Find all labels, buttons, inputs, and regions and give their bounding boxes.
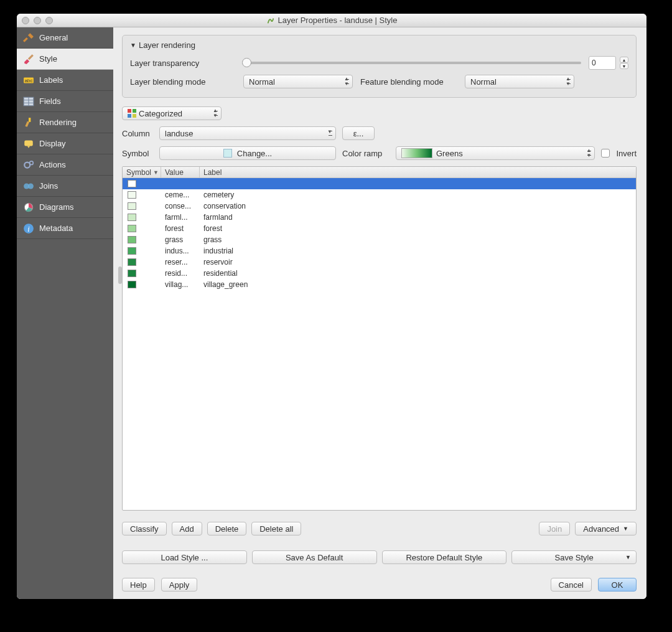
- dropdown-triangle-icon: ▼: [623, 526, 628, 532]
- invert-checkbox[interactable]: [601, 149, 610, 158]
- sidebar-item-rendering[interactable]: Rendering: [17, 112, 113, 133]
- svg-rect-6: [29, 118, 30, 122]
- th-value-label: Value: [165, 168, 184, 177]
- zoom-icon[interactable]: [45, 17, 53, 24]
- renderer-type-combo[interactable]: Categorized ▲▼: [122, 106, 222, 120]
- app-icon: [266, 16, 275, 25]
- th-value[interactable]: Value: [161, 167, 200, 177]
- category-value: forest: [161, 224, 200, 233]
- sidebar-item-label: Style: [39, 54, 57, 64]
- cancel-button[interactable]: Cancel: [551, 578, 592, 592]
- svg-rect-18: [133, 114, 136, 118]
- sidebar-item-display[interactable]: Display: [17, 133, 113, 154]
- delete-all-button-label: Delete all: [259, 524, 293, 534]
- th-symbol[interactable]: Symbol ▼: [123, 167, 161, 177]
- table-row[interactable]: conse...conservation: [123, 200, 636, 212]
- sidebar-item-general[interactable]: General: [17, 27, 113, 49]
- apply-button[interactable]: Apply: [161, 578, 198, 592]
- table-row[interactable]: resid...residential: [123, 268, 636, 279]
- close-icon[interactable]: [22, 17, 29, 24]
- sidebar-item-diagrams[interactable]: Diagrams: [17, 197, 113, 218]
- main-panel: ▼ Layer rendering Layer transparency 0 ▲…: [113, 27, 646, 599]
- add-button[interactable]: Add: [172, 522, 202, 535]
- sidebar-item-label: General: [39, 33, 68, 42]
- categories-table: Symbol ▼ Value Label ceme...cemeterycons…: [122, 166, 637, 511]
- column-combo[interactable]: landuse ▼: [159, 126, 336, 140]
- symbol-swatch-icon: [223, 149, 232, 158]
- category-swatch-icon: [128, 236, 136, 243]
- sidebar-item-label: Diagrams: [39, 202, 74, 212]
- layer-blend-combo[interactable]: Normal ▲▼: [243, 75, 353, 88]
- expression-button[interactable]: ε...: [342, 126, 375, 140]
- category-label: conservation: [200, 202, 636, 210]
- symbol-label: Symbol: [122, 149, 153, 158]
- table-row[interactable]: grassgrass: [123, 234, 636, 245]
- th-symbol-label: Symbol: [126, 168, 151, 177]
- sidebar-item-metadata[interactable]: i Metadata: [17, 218, 113, 239]
- sidebar-item-fields[interactable]: Fields: [17, 91, 113, 112]
- category-value: farml...: [161, 213, 200, 222]
- load-style-button[interactable]: Load Style ...: [122, 550, 247, 564]
- color-ramp-label: Color ramp: [342, 149, 390, 158]
- sidebar-item-actions[interactable]: Actions: [17, 154, 113, 176]
- color-ramp-combo[interactable]: Greens ▲▼: [396, 146, 595, 160]
- category-value: ceme...: [161, 191, 200, 199]
- join-button[interactable]: Join: [539, 522, 570, 535]
- dialog-window: Layer Properties - landuse | Style Gener…: [17, 14, 646, 599]
- transparency-spinner[interactable]: 0: [589, 56, 616, 70]
- sidebar-item-labels[interactable]: abc Labels: [17, 70, 113, 91]
- table-body[interactable]: ceme...cemeteryconse...conservationfarml…: [123, 178, 636, 510]
- transparency-slider[interactable]: [243, 62, 581, 64]
- sidebar-item-style[interactable]: Style: [17, 49, 113, 70]
- category-label: grass: [200, 235, 636, 244]
- table-row[interactable]: ceme...cemetery: [123, 189, 636, 200]
- classify-button[interactable]: Classify: [122, 522, 167, 535]
- table-row[interactable]: [123, 178, 636, 189]
- table-icon: [23, 96, 34, 107]
- spin-down-button[interactable]: ▼: [620, 63, 628, 69]
- symbol-change-button[interactable]: Change...: [159, 146, 336, 160]
- delete-all-button[interactable]: Delete all: [251, 522, 301, 535]
- disclosure-triangle-icon: ▼: [130, 42, 136, 49]
- svg-point-9: [30, 161, 34, 164]
- save-default-button[interactable]: Save As Default: [252, 550, 377, 564]
- category-label: farmland: [200, 213, 636, 222]
- category-label: industrial: [200, 247, 636, 255]
- help-button[interactable]: Help: [122, 578, 155, 592]
- table-row[interactable]: villag...village_green: [123, 279, 636, 290]
- table-row[interactable]: indus...industrial: [123, 245, 636, 257]
- layer-rendering-group: ▼ Layer rendering Layer transparency 0 ▲…: [122, 35, 637, 98]
- help-button-label: Help: [130, 580, 147, 590]
- category-swatch-icon: [128, 247, 136, 255]
- table-row[interactable]: forestforest: [123, 223, 636, 234]
- category-swatch-icon: [128, 281, 136, 288]
- svg-rect-15: [128, 109, 131, 113]
- spin-up-button[interactable]: ▲: [620, 57, 628, 63]
- sidebar-item-label: Metadata: [39, 224, 73, 233]
- feature-blend-combo[interactable]: Normal ▲▼: [465, 75, 574, 88]
- symbol-change-label: Change...: [237, 149, 272, 158]
- ok-button[interactable]: OK: [598, 578, 637, 592]
- table-row[interactable]: farml...farmland: [123, 212, 636, 223]
- join-icon: [23, 181, 34, 192]
- layer-rendering-toggle[interactable]: ▼ Layer rendering: [130, 40, 628, 50]
- save-style-button[interactable]: Save Style ▼: [511, 550, 637, 564]
- window-title: Layer Properties - landuse | Style: [17, 16, 646, 25]
- category-value: villag...: [161, 280, 200, 289]
- restore-default-button[interactable]: Restore Default Style: [382, 550, 507, 564]
- scrollbar-thumb[interactable]: [118, 266, 122, 284]
- advanced-button[interactable]: Advanced ▼: [575, 522, 637, 535]
- delete-button-label: Delete: [215, 524, 239, 534]
- sidebar-item-label: Fields: [39, 97, 61, 106]
- sidebar-item-label: Joins: [39, 181, 58, 191]
- sidebar: General Style abc Labels Fields: [17, 27, 113, 599]
- sidebar-item-joins[interactable]: Joins: [17, 176, 113, 197]
- delete-button[interactable]: Delete: [207, 522, 247, 535]
- th-label[interactable]: Label: [200, 167, 636, 177]
- save-style-label: Save Style: [555, 553, 594, 562]
- brush-icon: [23, 54, 34, 65]
- minimize-icon[interactable]: [34, 17, 41, 24]
- load-style-label: Load Style ...: [161, 553, 208, 562]
- svg-rect-7: [24, 140, 33, 146]
- table-row[interactable]: reser...reservoir: [123, 257, 636, 268]
